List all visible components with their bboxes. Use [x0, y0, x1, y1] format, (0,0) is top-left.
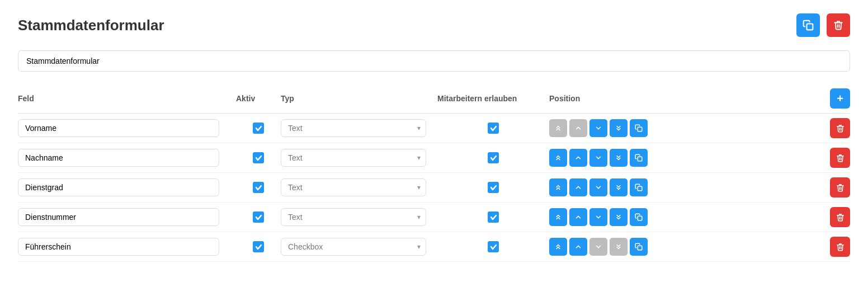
table-body: Text Checkbox Number Date ▾	[18, 114, 850, 262]
table-row: Text Checkbox Number Date ▾	[18, 114, 850, 143]
delete-row-button[interactable]	[830, 207, 850, 227]
mitarbeitern-cell	[437, 241, 549, 252]
position-controls	[549, 119, 648, 137]
field-name-input[interactable]	[18, 119, 219, 137]
copy-button[interactable]	[796, 13, 820, 37]
move-bottom-button[interactable]	[610, 178, 628, 196]
move-down-button[interactable]	[589, 119, 607, 137]
aktiv-checkbox[interactable]	[253, 241, 264, 252]
typ-cell: Text Checkbox Number Date ▾	[281, 208, 437, 226]
aktiv-checkbox[interactable]	[253, 182, 264, 193]
svg-rect-4	[638, 216, 642, 220]
aktiv-checkbox[interactable]	[253, 152, 264, 163]
check-icon	[255, 154, 262, 162]
col-aktiv: Aktiv	[236, 94, 281, 103]
typ-select[interactable]: Text Checkbox Number Date	[281, 149, 426, 167]
move-bottom-button[interactable]	[610, 208, 628, 226]
aktiv-checkbox[interactable]	[253, 212, 264, 223]
arrow-up-double-icon	[554, 243, 562, 251]
mitarbeitern-checkbox[interactable]	[488, 212, 499, 223]
mitarbeitern-checkbox[interactable]	[488, 152, 499, 163]
arrow-up-double-icon	[554, 213, 562, 221]
move-down-button[interactable]	[589, 208, 607, 226]
mitarbeitern-checkbox[interactable]	[488, 241, 499, 252]
position-actions-cell	[549, 177, 850, 198]
aktiv-checkbox[interactable]	[253, 123, 264, 134]
table-row: Text Checkbox Number Date ▾	[18, 232, 850, 262]
typ-select[interactable]: Text Checkbox Number Date	[281, 119, 426, 137]
check-icon	[490, 214, 497, 221]
table-row: Text Checkbox Number Date ▾	[18, 173, 850, 203]
table-row: Text Checkbox Number Date ▾	[18, 143, 850, 173]
typ-select[interactable]: Text Checkbox Number Date	[281, 238, 426, 256]
check-icon	[490, 154, 497, 162]
move-top-button[interactable]	[549, 238, 567, 256]
arrow-up-icon	[574, 243, 582, 251]
delete-row-button[interactable]	[830, 237, 850, 257]
move-bottom-button[interactable]	[610, 119, 628, 137]
field-name-input[interactable]	[18, 178, 219, 196]
field-name-input[interactable]	[18, 149, 219, 167]
arrow-down-icon	[595, 184, 602, 191]
duplicate-icon	[635, 184, 643, 191]
duplicate-icon	[635, 243, 643, 251]
typ-select[interactable]: Text Checkbox Number Date	[281, 208, 426, 226]
arrow-down-double-icon	[615, 213, 622, 221]
duplicate-row-button[interactable]	[630, 238, 648, 256]
move-down-button[interactable]	[589, 178, 607, 196]
aktiv-cell	[236, 212, 281, 223]
typ-select[interactable]: Text Checkbox Number Date	[281, 178, 426, 196]
typ-cell: Text Checkbox Number Date ▾	[281, 178, 437, 196]
add-row-button[interactable]: +	[830, 88, 850, 109]
duplicate-row-button[interactable]	[630, 149, 648, 167]
delete-row-button[interactable]	[830, 177, 850, 198]
move-up-button[interactable]	[569, 178, 587, 196]
arrow-down-double-icon	[615, 124, 622, 132]
move-up-button[interactable]	[569, 238, 587, 256]
svg-rect-3	[638, 186, 642, 191]
arrow-down-icon	[595, 154, 602, 162]
delete-row-button[interactable]	[830, 118, 850, 138]
table-header: Feld Aktiv Typ Mitarbeitern erlauben Pos…	[18, 85, 850, 114]
aktiv-cell	[236, 152, 281, 163]
mitarbeitern-cell	[437, 182, 549, 193]
duplicate-row-button[interactable]	[630, 119, 648, 137]
move-bottom-button[interactable]	[610, 149, 628, 167]
svg-rect-2	[638, 157, 642, 161]
field-cell	[18, 178, 236, 196]
delete-row-button[interactable]	[830, 148, 850, 168]
typ-cell: Text Checkbox Number Date ▾	[281, 238, 437, 256]
field-cell	[18, 119, 236, 137]
position-actions-cell	[549, 207, 850, 227]
move-bottom-button	[610, 238, 628, 256]
move-up-button[interactable]	[569, 208, 587, 226]
move-up-button[interactable]	[569, 149, 587, 167]
field-name-input[interactable]	[18, 238, 219, 256]
move-down-button[interactable]	[589, 149, 607, 167]
arrow-down-double-icon	[615, 243, 622, 251]
move-top-button[interactable]	[549, 208, 567, 226]
duplicate-row-button[interactable]	[630, 178, 648, 196]
arrow-up-double-icon	[554, 124, 562, 132]
move-top-button[interactable]	[549, 178, 567, 196]
field-name-input[interactable]	[18, 208, 219, 226]
mitarbeitern-cell	[437, 212, 549, 223]
delete-page-button[interactable]	[827, 13, 850, 37]
duplicate-row-button[interactable]	[630, 208, 648, 226]
table-row: Text Checkbox Number Date ▾	[18, 203, 850, 232]
check-icon	[255, 214, 262, 221]
col-position: Position	[549, 94, 580, 103]
field-cell	[18, 149, 236, 167]
field-cell	[18, 238, 236, 256]
typ-cell: Text Checkbox Number Date ▾	[281, 119, 437, 137]
move-down-button	[589, 238, 607, 256]
arrow-up-double-icon	[554, 154, 562, 162]
arrow-down-icon	[595, 124, 602, 132]
mitarbeitern-checkbox[interactable]	[488, 182, 499, 193]
mitarbeitern-checkbox[interactable]	[488, 123, 499, 134]
arrow-up-icon	[574, 154, 582, 162]
form-name-input[interactable]	[18, 50, 850, 72]
move-top-button[interactable]	[549, 149, 567, 167]
trash-icon	[836, 154, 845, 162]
copy-icon	[803, 20, 814, 31]
